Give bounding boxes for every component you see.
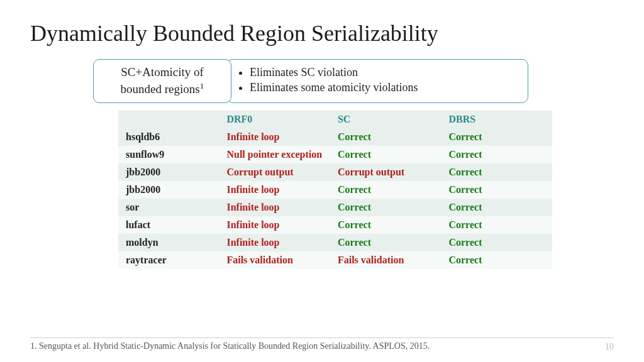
- box-left-line1: SC+Atomicity of: [121, 65, 204, 79]
- cell-dbrs: Correct: [441, 146, 552, 163]
- footer: 1. Sengupta et al. Hybrid Static-Dynamic…: [30, 337, 614, 352]
- cell-sc: Correct: [330, 199, 441, 216]
- cell-dbrs: Correct: [441, 163, 552, 181]
- cell-sc: Correct: [330, 216, 441, 234]
- table-row: jbb2000Corrupt outputCorrupt outputCorre…: [118, 163, 552, 181]
- cell-benchmark: jbb2000: [118, 181, 219, 199]
- table-row: sorInfinite loopCorrectCorrect: [118, 199, 552, 216]
- cell-benchmark: raytracer: [118, 251, 219, 269]
- cell-benchmark: lufact: [118, 216, 219, 234]
- th-blank: [118, 111, 219, 128]
- cell-drf0: Infinite loop: [219, 181, 330, 199]
- cell-dbrs: Correct: [441, 251, 552, 269]
- cell-dbrs: Correct: [441, 234, 552, 251]
- page-number: 10: [605, 341, 614, 352]
- th-drf0: DRF0: [219, 111, 330, 128]
- cell-drf0: Infinite loop: [219, 234, 330, 251]
- cell-sc: Correct: [330, 146, 441, 163]
- results-table-wrap: DRF0 SC DBRS hsqldb6Infinite loopCorrect…: [118, 111, 552, 269]
- table-header-row: DRF0 SC DBRS: [118, 111, 552, 128]
- table-row: lufactInfinite loopCorrectCorrect: [118, 216, 552, 234]
- table-row: jbb2000Infinite loopCorrectCorrect: [118, 181, 552, 199]
- footnote: 1. Sengupta et al. Hybrid Static-Dynamic…: [30, 341, 430, 352]
- info-boxes: SC+Atomicity of bounded regions1 Elimina…: [93, 59, 614, 103]
- th-dbrs: DBRS: [441, 111, 552, 128]
- cell-dbrs: Correct: [441, 199, 552, 216]
- cell-benchmark: jbb2000: [118, 163, 219, 181]
- box-eliminates: Eliminates SC violation Eliminates some …: [226, 59, 528, 103]
- cell-benchmark: sor: [118, 199, 219, 216]
- cell-drf0: Fails validation: [219, 251, 330, 269]
- bullet-1: Eliminates SC violation: [250, 65, 515, 80]
- table-row: raytracerFails validationFails validatio…: [118, 251, 552, 269]
- cell-dbrs: Correct: [441, 128, 552, 146]
- table-row: hsqldb6Infinite loopCorrectCorrect: [118, 128, 552, 146]
- cell-benchmark: moldyn: [118, 234, 219, 251]
- cell-benchmark: sunflow9: [118, 146, 219, 163]
- cell-sc: Fails validation: [330, 251, 441, 269]
- cell-sc: Correct: [330, 234, 441, 251]
- box-sc-atomicity: SC+Atomicity of bounded regions1: [93, 59, 231, 103]
- cell-sc: Correct: [330, 181, 441, 199]
- box-left-sup: 1: [200, 81, 204, 90]
- slide-title: Dynamically Bounded Region Serializabili…: [30, 20, 614, 47]
- box-left-line2: bounded regions: [121, 82, 200, 96]
- results-table: DRF0 SC DBRS hsqldb6Infinite loopCorrect…: [118, 111, 552, 269]
- bullet-2: Eliminates some atomicity violations: [250, 80, 515, 95]
- cell-sc: Correct: [330, 128, 441, 146]
- cell-dbrs: Correct: [441, 216, 552, 234]
- table-row: moldynInfinite loopCorrectCorrect: [118, 234, 552, 251]
- cell-sc: Corrupt output: [330, 163, 441, 181]
- cell-drf0: Null pointer exception: [219, 146, 330, 163]
- cell-drf0: Infinite loop: [219, 216, 330, 234]
- cell-benchmark: hsqldb6: [118, 128, 219, 146]
- table-row: sunflow9Null pointer exceptionCorrectCor…: [118, 146, 552, 163]
- cell-dbrs: Correct: [441, 181, 552, 199]
- th-sc: SC: [330, 111, 441, 128]
- cell-drf0: Corrupt output: [219, 163, 330, 181]
- cell-drf0: Infinite loop: [219, 199, 330, 216]
- cell-drf0: Infinite loop: [219, 128, 330, 146]
